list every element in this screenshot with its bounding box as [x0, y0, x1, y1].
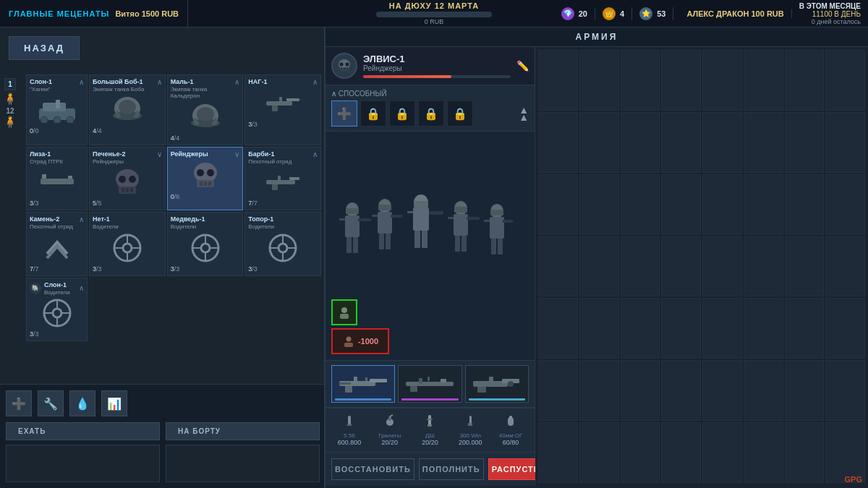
drive-button[interactable]: ЕХАТЬ — [6, 422, 160, 440]
svg-rect-116 — [410, 386, 417, 392]
board-button[interactable]: НА БОРТУ — [166, 422, 320, 440]
restore-button[interactable]: Восстановить — [331, 458, 414, 480]
svg-rect-99 — [491, 239, 496, 254]
unit-image-skull — [93, 166, 162, 198]
expand-icon[interactable]: ∧ — [79, 78, 84, 86]
unit-count-nag: 3/3 — [248, 121, 318, 128]
svg-rect-97 — [490, 210, 503, 215]
unit-card-mal1[interactable]: Маль-1Экипаж танка Кальдерон ∧ 4/4 — [167, 74, 244, 145]
ability-slot-3[interactable]: 🔒 — [389, 100, 415, 127]
ability-slot-5[interactable]: 🔒 — [447, 100, 473, 127]
unit-card-nag1[interactable]: НАГ-1 ∧ 3/3 — [244, 74, 321, 145]
monthly-title: В ЭТОМ МЕСЯЦЕ — [799, 2, 861, 10]
svg-rect-24 — [126, 188, 129, 192]
unit-count: 0/0 — [30, 127, 84, 134]
weapon-area — [326, 360, 535, 408]
expand-icon9[interactable]: ∧ — [79, 284, 84, 292]
grid-cell — [661, 112, 701, 173]
svg-point-44 — [201, 244, 210, 252]
grid-cell — [825, 360, 865, 421]
add-button[interactable]: ➕ — [6, 390, 32, 416]
ammo-grenade-icon — [383, 414, 396, 431]
unit-row-2: Лиза-1Отряд ПТРК 3/3 Печенье-2Рейнджеры … — [26, 147, 321, 210]
ammo-grenade-count: 20/20 — [381, 439, 398, 446]
svg-rect-77 — [378, 212, 392, 234]
svg-rect-95 — [448, 217, 454, 219]
unit-count-bob: 4/4 — [93, 127, 162, 134]
unit-card-slon1b[interactable]: 🐘 Слон-1Водители ∧ 3/3 — [26, 278, 88, 341]
unit-card-net1[interactable]: Нет-1Водители 3/3 — [89, 212, 166, 275]
svg-rect-67 — [346, 68, 348, 70]
expand-icon4[interactable]: ∧ — [312, 78, 318, 86]
grid-cell — [538, 236, 578, 297]
upgrade-slot-red[interactable]: -1000 — [331, 328, 389, 354]
ammo-556-icon — [343, 414, 356, 431]
unit-card-liza1[interactable]: Лиза-1Отряд ПТРК 3/3 — [26, 147, 88, 210]
ammo-grenade-name: Гранаты — [378, 432, 401, 439]
unit-card-bear1[interactable]: Медведь-1Водители 3/3 — [167, 212, 244, 275]
expand-icon3[interactable]: ∧ — [234, 78, 239, 86]
currency2-section: 👑 4 — [595, 7, 632, 20]
svg-rect-108 — [370, 379, 387, 382]
ability-slot-4[interactable]: 🔒 — [418, 100, 444, 127]
fuel-button[interactable]: 💧 — [69, 390, 95, 416]
expand-icon6[interactable]: ∨ — [234, 150, 239, 158]
unit-card-stone2[interactable]: Камень-2Пехотный отряд ∧ 7/7 — [26, 212, 88, 275]
ability-slot-2[interactable]: 🔒 — [360, 100, 386, 127]
svg-rect-94 — [467, 217, 480, 220]
expand-icon7[interactable]: ∧ — [312, 150, 318, 158]
unit-card-bob1[interactable]: Большой Боб-1Экипаж танка Боба ∧ 4/4 — [89, 74, 166, 145]
svg-rect-132 — [468, 423, 472, 426]
weapon-slot-1[interactable] — [331, 365, 395, 403]
stats-button[interactable]: 📊 — [101, 390, 127, 416]
repair-button[interactable]: 🔧 — [38, 390, 64, 416]
svg-point-64 — [346, 63, 349, 67]
currency1-section: 💎 20 — [554, 7, 595, 20]
edit-button[interactable]: ✏️ — [516, 60, 529, 72]
grid-cell — [744, 50, 783, 111]
weapon-slot-2[interactable] — [398, 365, 461, 403]
svg-rect-83 — [414, 201, 428, 207]
unit-card-cookie2[interactable]: Печенье-2Рейнджеры ∨ 5/5 — [89, 147, 166, 210]
weapon-bar-1 — [335, 398, 391, 401]
upgrade-slot-green[interactable] — [331, 299, 357, 325]
unit-hp-bar — [363, 75, 511, 78]
weapon-slot-3[interactable] — [465, 365, 529, 403]
event-section: НА ДЮХУ 12 МАРТА 0 RUB — [376, 1, 492, 25]
grid-cell — [702, 236, 742, 297]
svg-point-3 — [41, 116, 48, 123]
svg-rect-126 — [388, 416, 391, 421]
grid-cell — [785, 112, 825, 173]
svg-rect-78 — [379, 234, 384, 249]
unit-detail: ЭЛВИС-1 Рейнджеры ✏️ ∧ Способный ➕ 🔒 🔒 — [326, 47, 535, 486]
svg-rect-76 — [378, 205, 391, 210]
grid-cell — [825, 298, 865, 359]
patrons-label: ГЛАВНЫЕ МЕЦЕНАТЫ — [9, 9, 109, 18]
unit-card-barbie1[interactable]: Барби-1Пехотный отряд ∧ 7/7 — [244, 147, 321, 210]
unit-card-axe1[interactable]: Топор-1Водители 3/3 — [244, 212, 321, 275]
unit-card-slon1[interactable]: Слон-1"Ханяи" ∧ 0/0 — [26, 74, 88, 145]
weapon-bar-3 — [469, 398, 525, 401]
unit-detail-header: ЭЛВИС-1 Рейнджеры ✏️ — [326, 47, 535, 85]
ability-slot-1[interactable]: ➕ — [331, 100, 357, 127]
ammo-dsh-icon — [423, 414, 436, 431]
unit-image-skull2 — [171, 160, 240, 192]
currency2-value: 4 — [620, 9, 624, 18]
unit-image-wheel3 — [248, 232, 318, 264]
rank-icon: ▲▲ — [519, 100, 529, 127]
unit-image-tank — [30, 94, 84, 126]
svg-rect-124 — [347, 424, 352, 426]
back-button[interactable]: НАЗАД — [9, 36, 80, 60]
restock-button[interactable]: Пополнить — [419, 458, 484, 480]
unit-count-axe: 3/3 — [248, 265, 318, 273]
unit-count-net: 3/3 — [93, 265, 162, 273]
expand-icon8[interactable]: ∧ — [79, 215, 84, 223]
unit-card-rangers[interactable]: Рейнджеры ∨ 0/6 — [167, 147, 244, 210]
expand-icon2[interactable]: ∧ — [157, 78, 162, 86]
svg-rect-12 — [266, 101, 292, 106]
ammo-556-count: 600.800 — [338, 439, 362, 446]
svg-rect-2 — [56, 100, 60, 108]
svg-point-103 — [341, 307, 347, 313]
ammo-556-name: 5.56 — [344, 432, 355, 439]
expand-icon5[interactable]: ∨ — [157, 150, 162, 158]
